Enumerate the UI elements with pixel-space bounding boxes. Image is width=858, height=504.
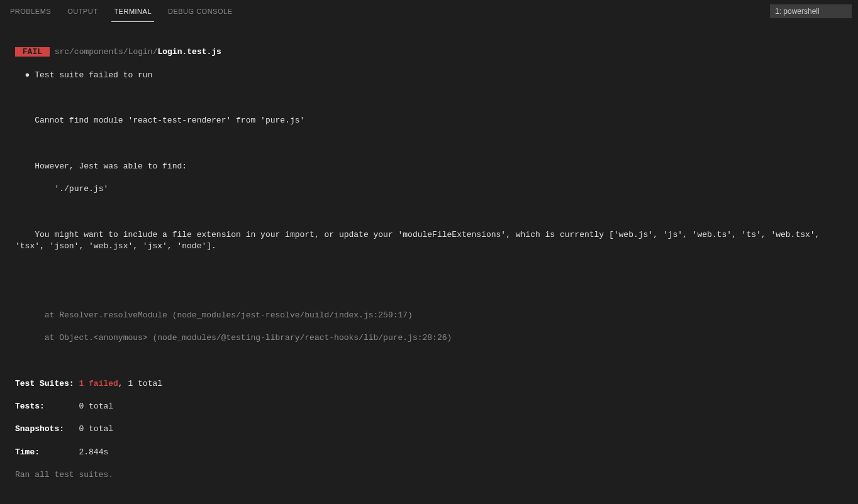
- fail-err2: However, Jest was able to find:: [15, 161, 843, 172]
- tab-terminal[interactable]: TERMINAL: [111, 1, 154, 22]
- tab-problems[interactable]: PROBLEMS: [8, 1, 53, 22]
- terminal-shell-select[interactable]: 1: powershell: [770, 4, 852, 19]
- summary-snapshots-val: 0 total: [79, 424, 113, 434]
- summary-tests-label: Tests:: [15, 402, 45, 411]
- fail-badge: FAIL: [15, 47, 50, 57]
- summary-suites-rest: , 1 total: [118, 379, 162, 388]
- terminal-output[interactable]: FAIL src/components/Login/Login.test.js …: [0, 23, 858, 504]
- summary-ran: Ran all test suites.: [15, 469, 843, 481]
- summary-time-label: Time:: [15, 447, 40, 457]
- fail-path-bold: Login.test.js: [157, 47, 221, 57]
- fail-err3: './pure.js': [15, 184, 843, 195]
- terminal-right-controls: 1: powershell: [770, 4, 858, 19]
- summary-suites-fail: 1 failed: [79, 379, 118, 388]
- fail-suite-failed: Test suite failed to run: [35, 70, 152, 80]
- panel-tabbar: PROBLEMS OUTPUT TERMINAL DEBUG CONSOLE 1…: [0, 0, 858, 23]
- summary-snapshots-label: Snapshots:: [15, 424, 64, 434]
- summary-suites-label: Test Suites:: [15, 379, 74, 388]
- fail-err1: Cannot find module 'react-test-renderer'…: [15, 115, 843, 126]
- tab-debug-console[interactable]: DEBUG CONSOLE: [165, 1, 235, 22]
- summary-tests-val: 0 total: [79, 402, 113, 411]
- summary-time-val: 2.844s: [79, 447, 108, 457]
- tab-output[interactable]: OUTPUT: [65, 1, 100, 22]
- panel-tabs: PROBLEMS OUTPUT TERMINAL DEBUG CONSOLE: [8, 1, 235, 22]
- fail-path-dim: src/components/Login/: [55, 47, 158, 57]
- fail-stack2: at Object.<anonymous> (node_modules/@tes…: [15, 332, 843, 344]
- fail-err4: You might want to include a file extensi…: [15, 229, 843, 252]
- fail-stack1: at Resolver.resolveModule (node_modules/…: [15, 310, 843, 321]
- bullet-icon: ●: [25, 70, 30, 80]
